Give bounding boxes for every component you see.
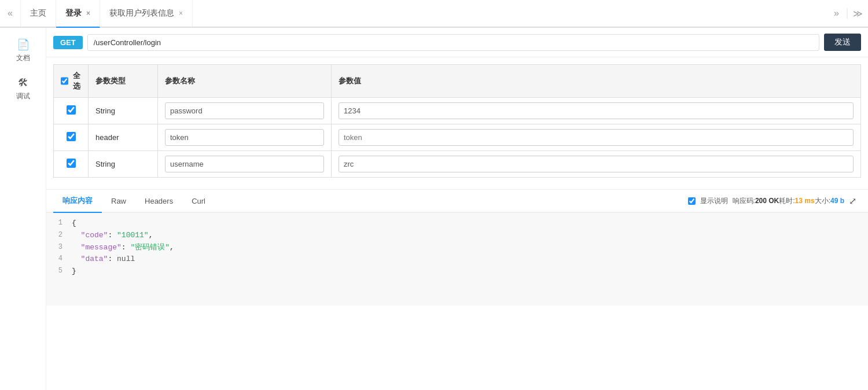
header-param-name: 参数名称 <box>158 65 332 98</box>
row2-name-cell <box>158 124 332 151</box>
json-key-code: "code" <box>81 231 108 240</box>
response-tabs: 响应内容 Raw Headers Curl 显示说明 响应码:200 OK耗时:… <box>46 190 868 213</box>
top-nav-bar: « 主页 登录 × 获取用户列表信息 × » ≫ <box>0 0 868 28</box>
show-desc-checkbox[interactable] <box>688 197 696 205</box>
json-key-data: "data" <box>81 255 108 263</box>
main-layout: 📄 文档 🛠 调试 GET 发送 全选 <box>0 28 868 390</box>
row2-value-input[interactable] <box>339 129 854 146</box>
select-all-checkbox[interactable] <box>61 76 68 86</box>
json-val-message: "密码错误" <box>130 243 170 252</box>
row3-name-cell <box>158 151 332 178</box>
sidebar-item-doc[interactable]: 📄 文档 <box>14 34 32 68</box>
tab-userlist-close[interactable]: × <box>179 9 183 17</box>
code-line-2: 2 "code": "10011", <box>46 230 868 242</box>
header-param-type: 参数类型 <box>89 65 158 98</box>
row3-checkbox[interactable] <box>67 159 76 168</box>
row1-name-cell <box>158 98 332 124</box>
response-status-label: 响应码:200 OK耗时:13 ms大小:49 b <box>733 196 844 206</box>
row3-name-input[interactable] <box>165 156 324 172</box>
response-section: 响应内容 Raw Headers Curl 显示说明 响应码:200 OK耗时:… <box>46 189 868 306</box>
nav-extra-arrow[interactable]: ≫ <box>847 8 868 19</box>
line-content-1: { <box>69 218 868 230</box>
tab-response-content[interactable]: 响应内容 <box>53 190 102 213</box>
tab-login-label: 登录 <box>65 8 82 19</box>
row2-type: header <box>89 124 158 151</box>
send-button[interactable]: 发送 <box>824 34 861 51</box>
code-line-3: 3 "message": "密码错误", <box>46 242 868 254</box>
line-content-3: "message": "密码错误", <box>69 242 868 254</box>
tab-spacer <box>193 0 826 27</box>
line-num-3: 3 <box>46 242 69 254</box>
json-val-data: null <box>117 255 135 263</box>
row3-type: String <box>89 151 158 178</box>
row1-type: String <box>89 98 158 124</box>
response-meta: 显示说明 响应码:200 OK耗时:13 ms大小:49 b ⤢ <box>688 196 861 207</box>
row3-value-cell <box>332 151 861 178</box>
line-content-4: "data": null <box>69 253 868 266</box>
row1-value-input[interactable] <box>339 102 854 119</box>
header-select-all: 全选 <box>54 65 89 98</box>
select-all-label: 全选 <box>72 71 81 91</box>
content-area: GET 发送 全选 参数类型 参数名称 参数值 <box>46 28 868 390</box>
tab-response-headers[interactable]: Headers <box>135 191 182 212</box>
nav-left-arrow[interactable]: « <box>0 0 21 27</box>
url-bar: GET 发送 <box>46 28 868 57</box>
code-line-1: 1 { <box>46 218 868 230</box>
line-num-2: 2 <box>46 230 69 242</box>
tab-response-raw[interactable]: Raw <box>102 191 135 212</box>
tab-response-curl[interactable]: Curl <box>182 191 215 212</box>
tab-userlist[interactable]: 获取用户列表信息 × <box>100 0 193 27</box>
json-val-code: "10011" <box>117 231 149 240</box>
line-content-2: "code": "10011", <box>69 230 868 242</box>
tab-login-close[interactable]: × <box>86 9 90 17</box>
row2-name-input[interactable] <box>165 129 324 146</box>
table-row: header <box>54 124 861 151</box>
row2-checkbox[interactable] <box>67 132 76 141</box>
row1-check-cell <box>54 98 89 124</box>
sidebar-debug-label: 调试 <box>16 91 30 101</box>
code-line-5: 5 } <box>46 266 868 278</box>
sidebar-item-debug[interactable]: 🛠 调试 <box>14 72 32 106</box>
row2-value-cell <box>332 124 861 151</box>
tab-home[interactable]: 主页 <box>21 0 56 27</box>
line-content-5: } <box>69 266 868 278</box>
nav-right-area: » ≫ <box>826 0 868 27</box>
row3-check-cell <box>54 151 89 178</box>
tab-login[interactable]: 登录 × <box>56 0 100 28</box>
row2-check-cell <box>54 124 89 151</box>
sidebar-doc-label: 文档 <box>16 53 30 63</box>
sidebar: 📄 文档 🛠 调试 <box>0 28 46 390</box>
row1-value-cell <box>332 98 861 124</box>
show-desc-label: 显示说明 <box>700 196 728 206</box>
json-key-message: "message" <box>81 243 122 252</box>
params-table: 全选 参数类型 参数名称 参数值 String <box>53 64 861 178</box>
code-area: 1 { 2 "code": "10011", 3 "message": "密码错… <box>46 213 868 306</box>
doc-icon: 📄 <box>17 38 30 51</box>
line-num-1: 1 <box>46 218 69 230</box>
expand-icon[interactable]: ⤢ <box>849 196 856 207</box>
row1-name-input[interactable] <box>165 102 324 119</box>
nav-right-arrow[interactable]: » <box>826 8 847 19</box>
table-row: String <box>54 98 861 124</box>
header-param-value: 参数值 <box>332 65 861 98</box>
row1-checkbox[interactable] <box>67 105 76 115</box>
table-row: String <box>54 151 861 178</box>
debug-icon: 🛠 <box>18 77 28 89</box>
tab-userlist-label: 获取用户列表信息 <box>109 8 174 19</box>
line-num-4: 4 <box>46 253 69 266</box>
code-line-4: 4 "data": null <box>46 253 868 266</box>
row3-value-input[interactable] <box>339 156 854 172</box>
method-badge: GET <box>53 36 83 49</box>
line-num-5: 5 <box>46 266 69 278</box>
url-input[interactable] <box>87 34 819 51</box>
